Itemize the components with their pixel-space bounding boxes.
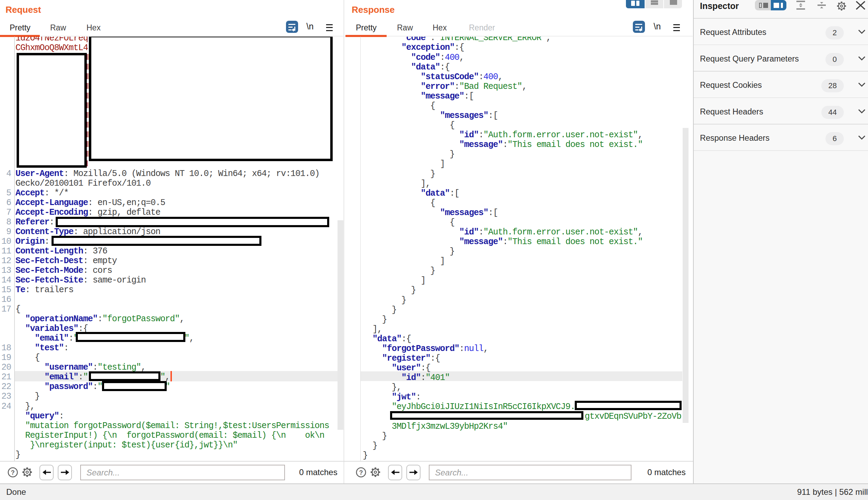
svg-text:?: ? xyxy=(11,469,15,476)
svg-text:?: ? xyxy=(359,469,363,476)
